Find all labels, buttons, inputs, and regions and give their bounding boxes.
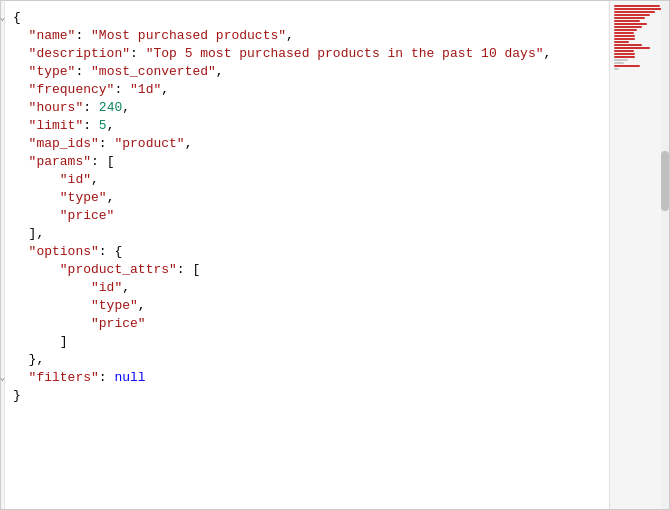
code-line-13: ], xyxy=(13,225,609,243)
code-line-2: "name": "Most purchased products", xyxy=(13,27,609,45)
scrollbar-thumb[interactable] xyxy=(661,151,669,211)
code-line-17: "type", xyxy=(13,297,609,315)
code-line-20: }, xyxy=(13,351,609,369)
code-line-22: } xyxy=(13,387,609,405)
code-line-3: "description": "Top 5 most purchased pro… xyxy=(13,45,609,63)
code-line-15: "product_attrs": [ xyxy=(13,261,609,279)
code-line-10: "id", xyxy=(13,171,609,189)
code-area[interactable]: { "name": "Most purchased products", "de… xyxy=(5,1,609,509)
code-line-4: "type": "most_converted", xyxy=(13,63,609,81)
editor-container: ⌄ ⌄ { "name": "Most purchased products",… xyxy=(0,0,670,510)
code-line-18: "price" xyxy=(13,315,609,333)
scrollbar[interactable] xyxy=(661,1,669,509)
minimap xyxy=(609,1,669,509)
code-line-11: "type", xyxy=(13,189,609,207)
code-line-21: "filters": null xyxy=(13,369,609,387)
code-line-8: "map_ids": "product", xyxy=(13,135,609,153)
code-line-5: "frequency": "1d", xyxy=(13,81,609,99)
code-line-7: "limit": 5, xyxy=(13,117,609,135)
code-line-19: ] xyxy=(13,333,609,351)
code-line-14: "options": { xyxy=(13,243,609,261)
code-line-16: "id", xyxy=(13,279,609,297)
code-line-1: { xyxy=(13,9,609,27)
code-line-9: "params": [ xyxy=(13,153,609,171)
code-line-12: "price" xyxy=(13,207,609,225)
code-line-6: "hours": 240, xyxy=(13,99,609,117)
